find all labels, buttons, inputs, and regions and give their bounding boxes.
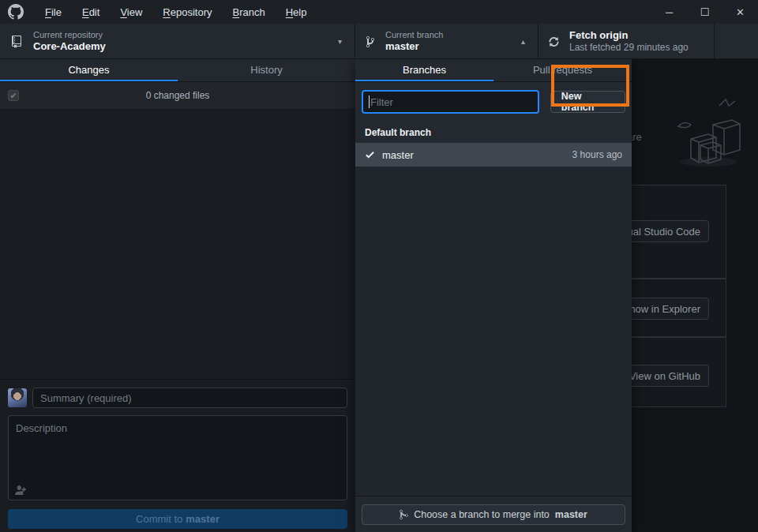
commit-form: Summary (required) Description Commit to… — [0, 379, 355, 532]
branches-panel-footer: Choose a branch to merge into master — [355, 496, 632, 532]
minimize-button[interactable]: ─ — [651, 0, 687, 24]
summary-input[interactable]: Summary (required) — [32, 388, 347, 408]
tab-changes[interactable]: Changes — [0, 59, 178, 81]
menu-file[interactable]: File — [36, 3, 70, 21]
window-controls: ─ ☐ ✕ — [651, 0, 758, 24]
branches-pr-tabs: Branches Pull requests — [355, 59, 632, 82]
tab-history[interactable]: History — [178, 59, 355, 81]
merge-button-text: Choose a branch to merge into — [414, 509, 550, 520]
view-on-github-label: View on GitHub — [629, 370, 700, 382]
branches-foldout: Branches Pull requests Filter New branch… — [355, 59, 632, 532]
current-branch-value: master — [385, 40, 443, 53]
chevron-up-icon: ▴ — [521, 37, 525, 46]
changed-files-header: ✔ 0 changed files — [0, 82, 355, 110]
menu-edit[interactable]: Edit — [73, 3, 108, 21]
menu-repository[interactable]: Repository — [154, 3, 220, 21]
maximize-button[interactable]: ☐ — [687, 0, 722, 24]
fetch-origin-label: Fetch origin — [569, 29, 689, 42]
current-branch-button[interactable]: Current branch master ▴ — [355, 24, 538, 59]
avatar — [8, 388, 27, 407]
git-merge-icon — [400, 509, 408, 520]
current-repository-value: Core-Academy — [33, 40, 106, 53]
boxes-illustration — [667, 85, 746, 176]
fetch-origin-button[interactable]: Fetch origin Last fetched 29 minutes ago — [538, 24, 715, 59]
branch-name: master — [382, 149, 414, 161]
merge-branch-button[interactable]: Choose a branch to merge into master — [362, 504, 625, 525]
current-branch-label: Current branch — [385, 30, 443, 41]
commit-button[interactable]: Commit to master — [8, 509, 347, 529]
default-branch-header: Default branch — [355, 122, 632, 143]
filter-placeholder: Filter — [370, 96, 393, 108]
new-branch-button[interactable]: New branch — [550, 91, 625, 113]
new-branch-label: New branch — [561, 91, 614, 113]
commit-button-branch: master — [186, 513, 220, 525]
description-placeholder: Description — [16, 422, 67, 434]
git-branch-icon — [366, 36, 375, 48]
menu-help[interactable]: Help — [277, 3, 316, 21]
branch-filter-input[interactable]: Filter — [362, 90, 539, 114]
github-logo-icon — [8, 4, 24, 20]
menu-bar: FileEditViewRepositoryBranchHelp — [36, 3, 315, 21]
select-all-checkbox[interactable]: ✔ — [8, 90, 19, 101]
merge-button-branch: master — [555, 509, 587, 520]
sync-icon — [549, 36, 559, 48]
branch-time: 3 hours ago — [572, 149, 622, 160]
changes-history-tabs: Changes History — [0, 59, 355, 82]
add-coauthor-icon[interactable] — [15, 485, 26, 495]
current-repository-button[interactable]: Current repository Core-Academy ▾ — [0, 24, 355, 59]
summary-placeholder: Summary (required) — [40, 392, 132, 404]
close-button[interactable]: ✕ — [722, 0, 758, 24]
tab-pull-requests[interactable]: Pull requests — [493, 59, 632, 81]
titlebar: FileEditViewRepositoryBranchHelp ─ ☐ ✕ — [0, 0, 758, 24]
tab-branches[interactable]: Branches — [355, 59, 493, 81]
branch-list-empty — [355, 167, 632, 496]
show-in-explorer-label: Show in Explorer — [623, 303, 700, 315]
menu-branch[interactable]: Branch — [223, 3, 273, 21]
check-icon — [365, 149, 375, 160]
changed-files-count: 0 changed files — [0, 90, 355, 101]
changes-list-empty — [0, 110, 355, 379]
fetch-origin-status: Last fetched 29 minutes ago — [569, 42, 689, 54]
description-input[interactable]: Description — [8, 415, 347, 500]
chevron-down-icon: ▾ — [338, 37, 342, 46]
github-desktop-window: FileEditViewRepositoryBranchHelp ─ ☐ ✕ C… — [0, 0, 758, 532]
text-caret — [369, 96, 370, 108]
branch-filter-row: Filter New branch — [355, 82, 632, 122]
toolbar: Current repository Core-Academy ▾ Curren… — [0, 24, 758, 59]
menu-view[interactable]: View — [111, 3, 151, 21]
commit-button-prefix: Commit to — [136, 513, 182, 525]
current-repository-label: Current repository — [33, 30, 106, 41]
branch-row-master[interactable]: master 3 hours ago — [355, 143, 632, 167]
open-in-editor-label: sual Studio Code — [622, 226, 700, 238]
changes-pane: Changes History ✔ 0 changed files Summar… — [0, 59, 355, 532]
repo-icon — [10, 36, 23, 48]
